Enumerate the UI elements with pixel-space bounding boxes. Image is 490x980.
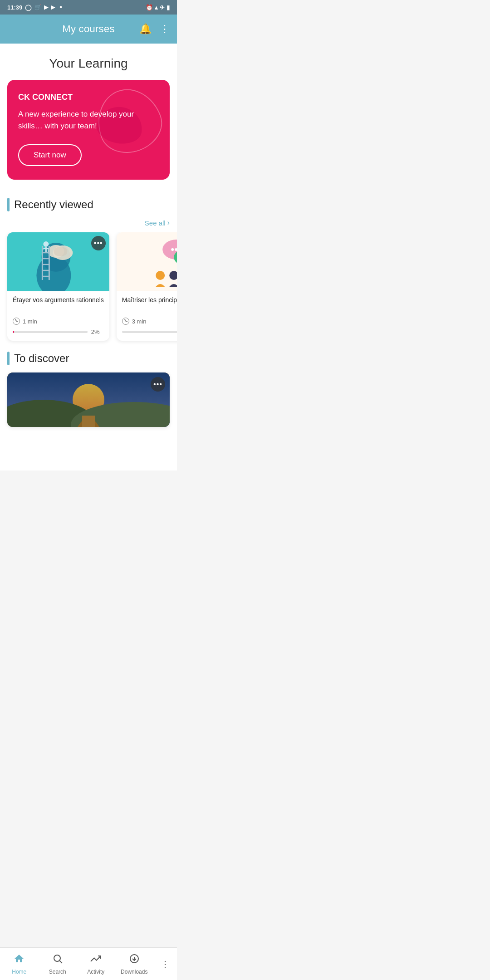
- app-bar: My courses 🔔 ⋮: [0, 15, 177, 44]
- course-card-1-duration: 1 min: [13, 318, 104, 325]
- dot-icon: •: [59, 3, 62, 11]
- recently-viewed-section: Recently viewed See all ›: [0, 191, 177, 348]
- to-discover-section: To discover: [0, 348, 177, 434]
- three-dots-icon: •••: [94, 239, 103, 247]
- course-card-1[interactable]: ••• Étayer vos arguments rationnels 1 mi…: [7, 232, 109, 341]
- course-card-2[interactable]: ••• Maîtriser les principes de la commun…: [117, 232, 177, 341]
- clock-icon: [13, 318, 20, 325]
- battery-icon: ▮: [167, 4, 170, 11]
- app-bar-actions: 🔔 ⋮: [139, 23, 170, 35]
- discover-card-1[interactable]: •••: [7, 372, 170, 427]
- status-icons: ⏰ ▴ ✈ ▮: [146, 4, 170, 11]
- main-content: Your Learning CK CONNECT A new experienc…: [0, 44, 177, 470]
- accent-bar-2: [7, 352, 10, 365]
- accent-bar: [7, 198, 10, 211]
- to-discover-title: To discover: [14, 352, 69, 365]
- course-card-1-progress: 2%: [13, 328, 104, 335]
- status-bar: 11:39 ◯ 🛒 ▶ ▶ • ⏰ ▴ ✈ ▮: [0, 0, 177, 15]
- communication-illustration: [117, 232, 177, 291]
- course-card-1-image: •••: [7, 232, 109, 291]
- see-all-link[interactable]: See all ›: [145, 219, 170, 227]
- svg-point-20: [171, 248, 174, 251]
- chevron-right-icon: ›: [167, 219, 170, 227]
- discover-card-1-menu-btn[interactable]: •••: [151, 377, 165, 392]
- to-discover-title-wrapper: To discover: [7, 352, 69, 365]
- ck-connect-title: CK CONNECT: [18, 93, 159, 102]
- svg-point-12: [43, 241, 49, 247]
- course-card-2-title: Maîtriser les principes de la communicat…: [122, 296, 177, 314]
- svg-point-28: [156, 271, 165, 280]
- discover-card-1-image: •••: [7, 372, 170, 427]
- youtube-icon: ▶: [44, 4, 48, 10]
- recently-viewed-header: Recently viewed: [0, 194, 177, 219]
- see-all-row: See all ›: [0, 219, 177, 232]
- course-card-1-body: Étayer vos arguments rationnels 1 min 2%: [7, 291, 109, 341]
- status-time: 11:39: [7, 4, 22, 11]
- more-vertical-icon[interactable]: ⋮: [160, 23, 170, 35]
- at-icon: ◯: [25, 4, 32, 11]
- to-discover-header: To discover: [0, 348, 177, 372]
- svg-rect-40: [82, 416, 95, 427]
- course-card-2-body: Maîtriser les principes de la communicat…: [117, 291, 177, 341]
- course-card-2-image: •••: [117, 232, 177, 291]
- course-card-1-menu-btn[interactable]: •••: [91, 236, 106, 250]
- recently-viewed-title: Recently viewed: [14, 198, 93, 211]
- landscape-illustration: [7, 372, 170, 427]
- course-card-2-duration: 3 min: [122, 318, 177, 325]
- three-dots-icon-discover: •••: [153, 380, 162, 388]
- wifi-icon: ▴: [155, 4, 158, 11]
- your-learning-heading: Your Learning: [0, 44, 177, 80]
- youtube2-icon: ▶: [51, 4, 55, 10]
- recently-viewed-title-wrapper: Recently viewed: [7, 198, 93, 211]
- app-bar-title: My courses: [62, 23, 114, 35]
- course-card-2-progress: 0%: [122, 328, 177, 335]
- ck-connect-banner: CK CONNECT A new experience to develop y…: [7, 80, 170, 180]
- alarm-icon: ⏰: [146, 4, 153, 11]
- status-time-area: 11:39 ◯ 🛒 ▶ ▶ •: [7, 3, 62, 11]
- ck-connect-description: A new experience to develop your skills……: [18, 108, 136, 132]
- course-card-1-title: Étayer vos arguments rationnels: [13, 296, 104, 314]
- clock-icon-2: [122, 318, 129, 325]
- bell-icon[interactable]: 🔔: [139, 23, 152, 35]
- recently-viewed-cards[interactable]: ••• Étayer vos arguments rationnels 1 mi…: [0, 232, 177, 348]
- airplane-icon: ✈: [160, 4, 165, 11]
- start-now-button[interactable]: Start now: [18, 144, 82, 166]
- phone-icon: 🛒: [34, 4, 41, 10]
